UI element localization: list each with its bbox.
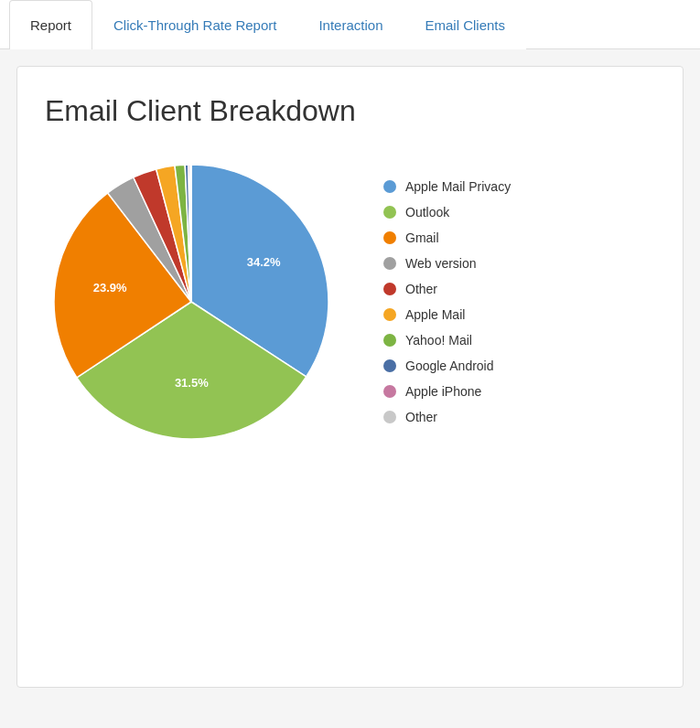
legend-item-4: Other xyxy=(383,282,511,296)
legend-item-9: Other xyxy=(383,410,511,424)
legend-dot-4 xyxy=(383,283,396,295)
content-area: Email Client Breakdown 34.2%31.5%23.9% A… xyxy=(16,66,684,688)
legend-item-6: Yahoo! Mail xyxy=(383,333,511,348)
tab-report[interactable]: Report xyxy=(9,0,92,49)
legend-dot-2 xyxy=(383,231,396,244)
legend: Apple Mail PrivacyOutlookGmailWeb versio… xyxy=(383,179,511,424)
legend-label-8: Apple iPhone xyxy=(405,384,481,399)
pie-label-1: 31.5% xyxy=(175,376,209,390)
chart-container: 34.2%31.5%23.9% Apple Mail PrivacyOutloo… xyxy=(45,155,655,448)
legend-dot-3 xyxy=(383,257,396,270)
legend-label-7: Google Android xyxy=(405,359,494,373)
legend-dot-9 xyxy=(383,411,396,423)
pie-label-0: 34.2% xyxy=(247,255,281,269)
legend-label-2: Gmail xyxy=(405,230,439,245)
legend-item-0: Apple Mail Privacy xyxy=(383,179,511,194)
legend-label-3: Web version xyxy=(405,256,477,271)
legend-item-1: Outlook xyxy=(383,205,511,219)
legend-label-9: Other xyxy=(405,410,437,424)
pie-svg: 34.2%31.5%23.9% xyxy=(45,155,338,448)
tab-interaction[interactable]: Interaction xyxy=(297,0,404,49)
legend-dot-0 xyxy=(383,180,396,193)
legend-item-3: Web version xyxy=(383,256,511,271)
page-title: Email Client Breakdown xyxy=(45,94,655,128)
legend-item-5: Apple Mail xyxy=(383,307,511,322)
legend-item-7: Google Android xyxy=(383,359,511,373)
legend-dot-8 xyxy=(383,385,396,398)
legend-label-5: Apple Mail xyxy=(405,307,465,322)
legend-label-0: Apple Mail Privacy xyxy=(405,179,511,194)
legend-item-2: Gmail xyxy=(383,230,511,245)
legend-dot-6 xyxy=(383,334,396,347)
legend-dot-5 xyxy=(383,308,396,321)
pie-label-2: 23.9% xyxy=(93,281,127,294)
legend-item-8: Apple iPhone xyxy=(383,384,511,399)
legend-label-6: Yahoo! Mail xyxy=(405,333,472,348)
legend-label-1: Outlook xyxy=(405,205,449,219)
tab-email-clients[interactable]: Email Clients xyxy=(404,0,526,49)
legend-label-4: Other xyxy=(405,282,437,296)
legend-dot-7 xyxy=(383,359,396,372)
pie-chart: 34.2%31.5%23.9% xyxy=(45,155,338,448)
legend-dot-1 xyxy=(383,206,396,219)
tab-ctr-report[interactable]: Click-Through Rate Report xyxy=(92,0,297,49)
tab-bar: Report Click-Through Rate Report Interac… xyxy=(0,0,700,49)
